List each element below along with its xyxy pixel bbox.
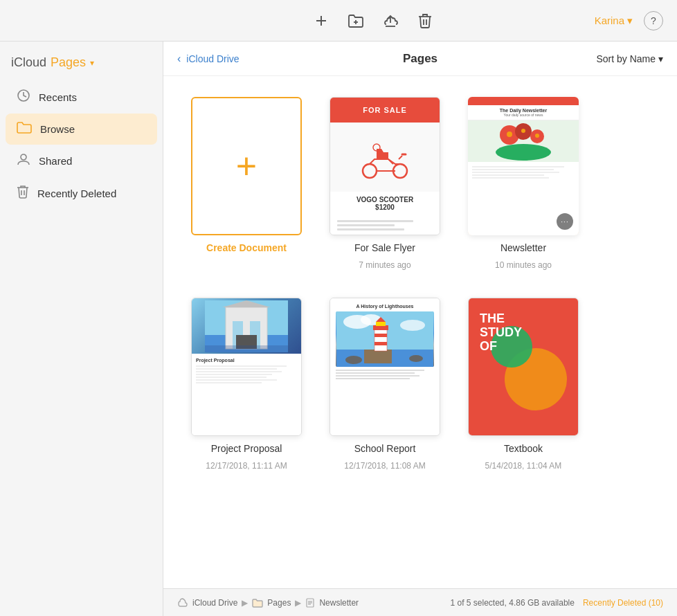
project-proposal-item[interactable]: Project Proposal Project Proposa [191,298,302,471]
textbook-name: Textbook [504,443,543,454]
help-label: ? [651,15,656,26]
svg-rect-40 [374,329,387,351]
shared-icon [17,152,30,170]
user-name: Karina [595,15,624,26]
for-sale-flyer-thumb: FOR SALE [330,97,440,235]
svg-line-16 [399,156,402,159]
new-document-button[interactable] [311,10,332,31]
svg-point-9 [21,154,26,160]
for-sale-flyer-name: For Sale Flyer [354,242,415,253]
user-chevron-icon: ▾ [627,15,633,27]
sort-chevron-icon: ▾ [658,53,663,64]
main-area: iCloud Pages ▾ Recents [0,42,677,616]
selection-info: 1 of 5 selected, 4.86 GB available [450,598,574,608]
upload-button[interactable] [380,10,401,31]
school-preview: A History of Lighthouses [330,298,440,435]
status-arrow1: ▶ [242,598,248,608]
documents-grid: + Create Document FOR SALE [163,76,677,588]
for-sale-flyer-item[interactable]: FOR SALE [330,97,440,270]
pages-folder-icon [252,598,263,608]
icloud-drive-icon [177,598,188,608]
for-sale-flyer-date: 7 minutes ago [359,260,410,270]
app-branding: iCloud Pages ▾ [0,47,163,81]
sidebar-item-browse[interactable]: Browse [6,114,157,145]
sidebar-item-recently-deleted[interactable]: Recently Deleted [6,177,157,210]
newsletter-more-button[interactable]: ··· [557,213,573,230]
recents-icon [17,89,30,106]
status-arrow2: ▶ [295,598,301,608]
svg-point-47 [409,355,423,362]
content-title: Pages [403,52,437,65]
newsletter-thumb: The Daily Newsletter Your daily source o… [468,97,579,235]
sidebar-browse-label: Browse [40,123,75,135]
app-chevron-icon[interactable]: ▾ [90,58,94,68]
school-report-thumb: A History of Lighthouses [330,298,440,436]
breadcrumb-back[interactable]: ‹ iCloud Drive [177,53,240,65]
create-document-thumb: + [191,97,302,235]
svg-rect-42 [374,342,387,345]
user-menu-button[interactable]: Karina ▾ [595,15,633,27]
browse-icon [17,121,32,137]
svg-point-23 [507,132,512,137]
svg-marker-39 [364,350,392,363]
app-container: Karina ▾ ? iCloud Pages ▾ [0,0,677,616]
new-folder-button[interactable] [345,10,366,31]
toolbar-center [311,10,435,31]
sidebar-recents-label: Recents [39,91,77,103]
school-report-date: 12/17/2018, 11:08 AM [344,461,425,471]
svg-rect-41 [374,334,387,337]
recently-deleted-icon [17,185,29,202]
svg-rect-43 [373,325,388,330]
textbook-item[interactable]: THE STUDY OF Textbook 5/14/2018, 11:04 A… [468,298,579,471]
for-sale-red-bar: FOR SALE [330,98,440,123]
status-icloud-drive: iCloud Drive [192,598,237,608]
sidebar: iCloud Pages ▾ Recents [0,42,163,616]
scooter-image [330,123,440,192]
newsletter-name: Newsletter [500,242,546,253]
textbook-preview: THE STUDY OF [469,298,578,435]
svg-point-13 [363,164,377,178]
newsletter-item[interactable]: The Daily Newsletter Your daily source o… [468,97,579,270]
project-proposal-thumb: Project Proposal [191,298,302,436]
project-proposal-name: Project Proposal [211,443,282,454]
textbook-thumb: THE STUDY OF [468,298,579,436]
create-plus-icon: + [236,148,257,184]
sidebar-recently-deleted-label: Recently Deleted [37,188,116,199]
project-proposal-date: 12/17/2018, 11:11 AM [206,461,287,471]
content-header: ‹ iCloud Drive Pages Sort by Name ▾ [163,42,677,76]
back-arrow-icon: ‹ [177,53,181,65]
status-right: 1 of 5 selected, 4.86 GB available Recen… [450,598,663,608]
svg-rect-33 [205,345,288,352]
sort-label: Sort by Name [596,53,656,64]
svg-point-24 [521,129,525,133]
delete-button[interactable] [415,10,435,31]
breadcrumb-label: iCloud Drive [186,53,239,64]
newsletter-date: 10 minutes ago [495,260,552,270]
sidebar-shared-label: Shared [39,155,72,167]
status-newsletter: Newsletter [319,598,359,608]
newsletter-file-icon [305,598,315,608]
proposal-preview: Project Proposal [192,298,301,435]
svg-point-22 [496,144,551,161]
create-document-label: Create Document [206,242,287,253]
help-button[interactable]: ? [644,11,663,30]
create-document-item[interactable]: + Create Document [191,97,302,270]
pages-label: Pages [51,55,86,70]
sort-button[interactable]: Sort by Name ▾ [596,53,663,64]
status-pages: Pages [267,598,291,608]
toolbar: Karina ▾ ? [0,0,677,42]
school-report-name: School Report [354,443,416,454]
sidebar-item-shared[interactable]: Shared [6,145,157,177]
sidebar-item-recents[interactable]: Recents [6,81,157,114]
textbook-date: 5/14/2018, 11:04 AM [485,461,562,471]
svg-point-46 [345,356,362,364]
school-report-item[interactable]: A History of Lighthouses [330,298,440,471]
svg-point-25 [535,134,539,138]
icloud-label: iCloud [11,55,46,70]
svg-point-37 [400,320,425,331]
toolbar-right: Karina ▾ ? [595,11,663,30]
content-area: ‹ iCloud Drive Pages Sort by Name ▾ + [163,42,677,616]
status-breadcrumb: iCloud Drive ▶ Pages ▶ Newsletter [177,598,359,608]
recently-deleted-link[interactable]: Recently Deleted (10) [583,598,663,608]
for-sale-preview: FOR SALE [330,98,440,235]
